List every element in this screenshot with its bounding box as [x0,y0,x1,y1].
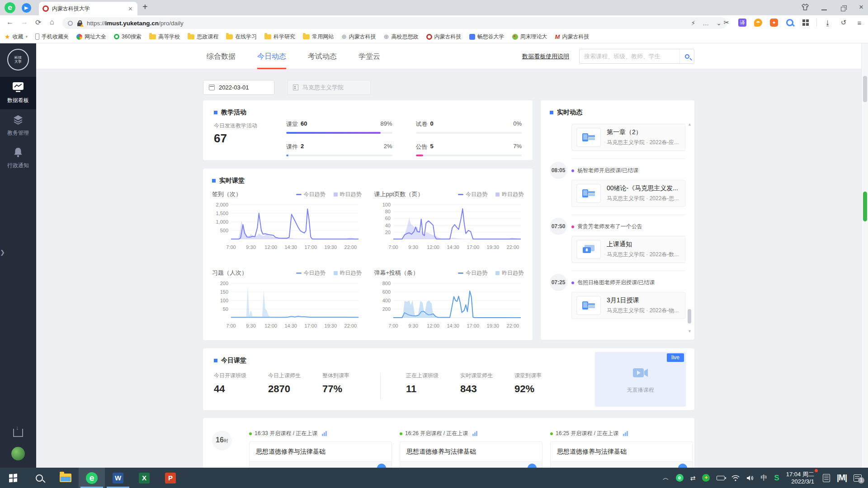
tab-close-icon[interactable]: ✕ [127,5,134,12]
page-scrollbar[interactable] [861,43,868,468]
apps-grid-icon[interactable] [801,18,811,28]
browser-logo-icon[interactable]: e [5,2,15,13]
sidebar-collapse-handle[interactable]: ❯ [0,249,5,256]
session-card[interactable]: 思想道德修养与法律基础 [550,441,693,468]
bookmark-360搜索[interactable]: 360搜索 [114,33,142,41]
lightning-icon[interactable]: ⚡ [691,19,695,27]
bookmark-高校思想政[interactable]: ⊕高校思想政 [384,33,419,41]
theme-skin-button[interactable] [799,4,811,12]
bookmark-科学研究[interactable]: 科学研究 [264,33,295,41]
taskbar-search-icon[interactable] [26,468,52,488]
school-filter[interactable]: 马克思主义学院 [287,80,371,95]
page-scroll-thumb[interactable] [863,76,867,102]
feed-scrollbar[interactable]: ▲ ▼ [687,122,692,333]
downloads-icon[interactable]: ⭳ [823,18,833,28]
tray-browser-icon[interactable]: e [676,474,684,482]
bookmark-手机收藏夹[interactable]: 手机收藏夹 [35,33,69,41]
sidebar-item-行政通知[interactable]: 行政通知 [0,142,36,174]
feed-card-title: 上课通知 [607,240,679,249]
tab-今日动态[interactable]: 今日动态 [257,43,286,69]
m-app-icon[interactable]: |M| [837,473,847,483]
download-center-icon[interactable] [13,429,23,437]
bookmark-内蒙古科技[interactable]: M内蒙古科技 [555,33,590,41]
history-undo-icon[interactable]: ↺ [839,18,849,28]
back-icon[interactable]: ← [6,18,14,26]
reader-mode-icon[interactable] [68,21,73,26]
more-options-icon[interactable]: … [703,19,709,27]
bookmark-思政课程[interactable]: 思政课程 [188,33,218,41]
user-avatar[interactable] [11,447,25,460]
volume-icon[interactable] [746,475,754,481]
file-explorer-icon[interactable] [52,468,79,488]
close-button[interactable]: × [855,3,867,12]
course-action-icon[interactable] [377,464,386,468]
bookmark-常用网站[interactable]: 常用网站 [303,33,334,41]
tab-综合数据[interactable]: 综合数据 [207,43,236,69]
tab-学堂云[interactable]: 学堂云 [359,43,380,69]
bookmark-畅想谷大学[interactable]: 畅想谷大学 [469,33,505,41]
bookmark-周末理论大[interactable]: 周末理论大 [512,33,547,41]
feed-course-card[interactable]: 上课通知马克思主义学院 · 2022春-数... [571,236,685,263]
tab-考试动态[interactable]: 考试动态 [308,43,337,69]
url-text[interactable]: https://imust.yuketang.cn/pro/daily [87,20,684,27]
bookmark-高等学校[interactable]: 高等学校 [149,33,180,41]
search-input[interactable] [580,53,679,60]
bookmark-内蒙古科技[interactable]: ⊕内蒙古科技 [341,33,376,41]
scroll-thumb[interactable] [688,309,691,324]
wifi-icon[interactable] [731,475,740,481]
start-button[interactable] [0,468,26,488]
url-field[interactable]: https://imust.yuketang.cn/pro/daily ⚡ … … [62,17,727,29]
feed-body: 黄贵芳老师发布了一个公告上课通知马克思主义学院 · 2022春-数... [567,218,685,263]
forward-icon[interactable]: → [21,18,28,26]
excel-icon[interactable]: X [131,468,157,488]
notes-app-icon[interactable] [823,474,830,482]
browser-360-icon[interactable]: e [79,468,105,488]
session-card[interactable]: 思想道德修养与法律基础 [400,441,542,468]
translate-icon[interactable]: 译 [737,18,747,28]
ime-indicator[interactable]: 中 [760,474,767,482]
feed-course-card[interactable]: 3月1日授课马克思主义学院 · 2022春-物... [571,292,685,319]
new-tab-button[interactable]: + [142,2,148,12]
tray-s-app-icon[interactable]: S [774,474,779,483]
menu-icon[interactable]: ≡ [854,18,864,28]
bookmark-在线学习[interactable]: 在线学习 [226,33,257,41]
search-extension-icon[interactable] [785,18,795,28]
scroll-down-icon[interactable]: ▼ [688,329,692,333]
clip-icon[interactable]: ✂ [722,18,731,28]
sidebar-item-数据看板[interactable]: 数据看板 [0,77,36,109]
course-action-icon[interactable] [678,464,687,468]
feed-course-card[interactable]: 00绪论-《马克思主义发...马克思主义学院 · 2022春-思... [571,180,685,207]
security-shield-icon[interactable]: ☂ [753,18,763,28]
browser-tab[interactable]: 内蒙古科技大学 ✕ [39,2,137,15]
browser-account-icon[interactable] [22,3,31,13]
scroll-up-icon[interactable]: ▲ [688,122,692,127]
word-icon[interactable]: W [105,468,131,488]
notifications-icon[interactable]: 1 [854,474,862,482]
date-picker[interactable]: 2022-03-01 [203,80,274,95]
ssl-lock-icon[interactable] [77,20,82,26]
powerpoint-icon[interactable]: P [157,468,184,488]
tray-tuner-icon[interactable]: ⇄ [690,474,696,482]
minimize-button[interactable] [818,6,830,13]
battery-icon[interactable] [717,476,725,480]
home-icon[interactable]: ⌂ [50,18,54,26]
search-button[interactable] [679,49,694,63]
scroll-position-marker[interactable] [863,192,867,221]
course-action-icon[interactable] [528,464,537,468]
games-icon[interactable]: ✦ [769,18,779,28]
dashboard-help-link[interactable]: 数据看板使用说明 [522,52,569,61]
restore-button[interactable] [837,5,849,13]
refresh-icon[interactable]: ⟳ [35,18,41,27]
bookmark-网址大全[interactable]: 网址大全 [76,33,106,41]
clock[interactable]: 17:04 周二 2022/3/1 [786,471,816,485]
live-course-box[interactable]: live 无直播课程 [595,352,686,407]
feed-course-card[interactable]: 第一章（2）马克思主义学院 · 2022春-应... [571,124,685,151]
tray-360-shield-icon[interactable]: + [702,474,710,482]
tray-expand-icon[interactable]: ︿ [663,474,669,482]
search-box[interactable] [579,49,694,64]
bookmark-收藏[interactable]: ★收藏▾ [5,33,28,41]
sidebar-item-教务管理[interactable]: 教务管理 [0,109,36,142]
session-card[interactable]: 思想道德修养与法律基础 [249,441,392,468]
chevron-down-icon[interactable]: ⌄ [716,19,722,27]
bookmark-内蒙古科技[interactable]: 内蒙古科技 [426,33,462,41]
